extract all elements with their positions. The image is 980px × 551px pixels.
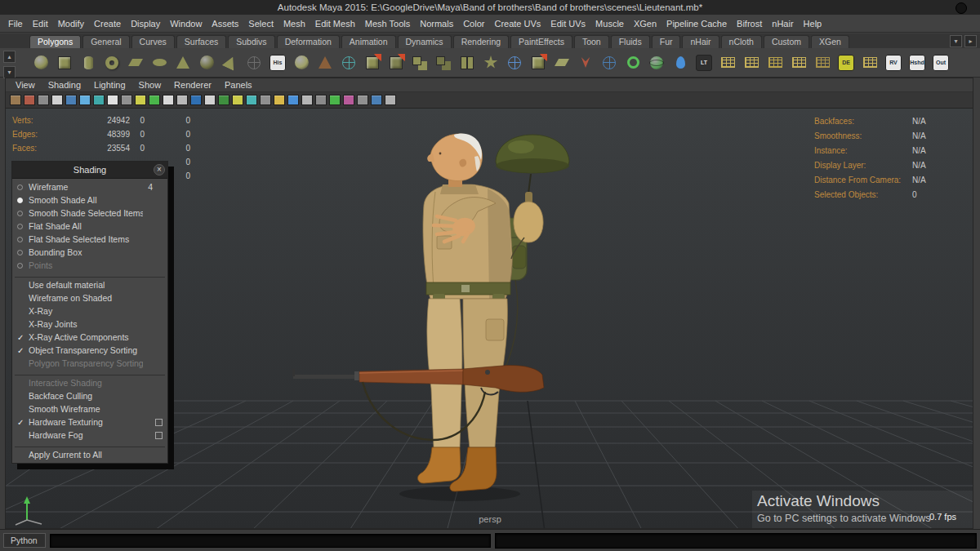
shading-menu-item[interactable]: Use default material xyxy=(12,278,167,291)
panel-toolbar-icon[interactable] xyxy=(190,95,202,105)
menu-item[interactable]: XGen xyxy=(629,19,662,29)
panel-toolbar-icon[interactable] xyxy=(246,95,257,105)
panel-menu-item[interactable]: Lighting xyxy=(87,80,132,90)
panel-toolbar-icon[interactable] xyxy=(343,95,354,105)
shading-menu-item[interactable]: Wireframe 4 xyxy=(12,180,167,193)
panel-toolbar-icon[interactable] xyxy=(135,95,146,105)
shading-menu-item[interactable]: Flat Shade All xyxy=(12,220,167,233)
panel-toolbar-icon[interactable] xyxy=(107,95,118,105)
shading-menu-item[interactable]: X-Ray Active Components xyxy=(12,331,167,344)
shelf-icon[interactable] xyxy=(197,53,216,73)
shelf-tab[interactable]: Dynamics xyxy=(398,35,452,48)
shelf-icon[interactable] xyxy=(339,53,359,73)
panel-toolbar-icon[interactable] xyxy=(357,95,368,105)
shading-menu-title-bar[interactable]: Shading × xyxy=(12,162,167,179)
shelf-tab[interactable]: Curves xyxy=(131,35,175,48)
shading-menu-item[interactable]: Hardware Fog xyxy=(12,429,167,442)
menu-item[interactable]: Edit UVs xyxy=(546,19,590,29)
panel-toolbar-icon[interactable] xyxy=(329,95,341,105)
menu-item[interactable]: Pipeline Cache xyxy=(662,19,732,29)
shelf-menu-chevron-down-icon[interactable]: ▾ xyxy=(950,35,962,47)
menu-item[interactable]: Modify xyxy=(53,19,89,29)
menu-item[interactable]: Create xyxy=(89,19,126,29)
shelf-icon[interactable] xyxy=(220,53,240,73)
panel-toolbar-icon[interactable] xyxy=(38,95,49,105)
panel-toolbar-icon[interactable] xyxy=(121,95,132,105)
panel-menu-item[interactable]: Shading xyxy=(42,80,87,90)
menu-item[interactable]: Bifrost xyxy=(732,19,767,29)
panel-toolbar-icon[interactable] xyxy=(93,95,105,105)
shelf-tab[interactable]: PaintEffects xyxy=(510,35,572,48)
shelf-tab[interactable]: Animation xyxy=(341,35,396,48)
shelf-icon[interactable] xyxy=(647,53,666,73)
window-control-icon[interactable] xyxy=(956,2,967,14)
shelf-tab[interactable]: Custom xyxy=(764,35,809,48)
shading-menu-item[interactable]: Smooth Shade All xyxy=(12,193,167,207)
script-language-button[interactable]: Python xyxy=(3,533,46,548)
shading-menu-item[interactable]: Object Transparency Sorting xyxy=(12,344,167,357)
shelf-tab[interactable]: nCloth xyxy=(721,35,762,48)
shelf-icon[interactable] xyxy=(623,53,643,73)
menu-item[interactable]: Muscle xyxy=(590,19,629,29)
shelf-icon[interactable] xyxy=(813,53,832,73)
shelf-icon[interactable] xyxy=(718,53,737,73)
shelf-icon[interactable]: Out xyxy=(931,53,951,73)
menu-item[interactable]: Edit Mesh xyxy=(310,19,360,29)
shading-menu-item[interactable]: Bounding Box xyxy=(12,246,167,259)
panel-toolbar-icon[interactable] xyxy=(232,95,243,105)
shelf-menu-chevron-right-icon[interactable]: ▸ xyxy=(964,35,977,47)
panel-menu-item[interactable]: Show xyxy=(132,80,168,90)
shading-menu-item[interactable]: Backface Culling xyxy=(12,389,167,402)
shelf-collapse-down-icon[interactable]: ▾ xyxy=(3,66,16,78)
shelf-tab[interactable]: Fluids xyxy=(611,35,650,48)
panel-toolbar-icon[interactable] xyxy=(385,95,396,105)
panel-menu-item[interactable]: Renderer xyxy=(167,80,218,90)
menu-item[interactable]: Select xyxy=(243,19,278,29)
shelf-icon[interactable] xyxy=(765,53,785,73)
shading-menu-item[interactable]: Smooth Wireframe xyxy=(12,402,167,415)
camera-label[interactable]: persp xyxy=(453,514,527,524)
shelf-icon[interactable] xyxy=(576,53,595,73)
shelf-tab[interactable]: Deformation xyxy=(277,35,340,48)
shelf-icon[interactable]: His xyxy=(268,53,287,73)
menu-item[interactable]: Edit xyxy=(28,19,53,29)
panel-toolbar-icon[interactable] xyxy=(79,95,91,105)
panel-toolbar-icon[interactable] xyxy=(10,95,21,105)
shelf-icon[interactable] xyxy=(457,53,477,73)
shelf-tab[interactable]: Fur xyxy=(652,35,681,48)
panel-toolbar-icon[interactable] xyxy=(51,95,63,105)
shelf-tab[interactable]: Rendering xyxy=(453,35,509,48)
close-icon[interactable]: × xyxy=(154,164,165,176)
shelf-tab[interactable]: Polygons xyxy=(29,35,81,48)
panel-menu-item[interactable]: View xyxy=(9,80,42,90)
shading-menu-item[interactable]: X-Ray xyxy=(12,304,167,318)
shelf-icon[interactable] xyxy=(55,53,74,73)
panel-menu-item[interactable]: Panels xyxy=(218,80,259,90)
shelf-tab[interactable]: General xyxy=(82,35,129,48)
shelf-icon[interactable] xyxy=(528,53,548,73)
panel-toolbar-icon[interactable] xyxy=(24,95,35,105)
panel-toolbar-icon[interactable] xyxy=(260,95,271,105)
shading-menu-item[interactable]: Smooth Shade Selected Items xyxy=(12,207,167,220)
shelf-icon[interactable] xyxy=(315,53,335,73)
shelf-icon[interactable] xyxy=(505,53,524,73)
menu-item[interactable]: Normals xyxy=(415,19,458,29)
menu-item[interactable]: Mesh xyxy=(278,19,310,29)
shelf-icon[interactable]: DE xyxy=(836,53,856,73)
menu-item[interactable]: Window xyxy=(165,19,207,29)
shading-menu-item[interactable]: X-Ray Joints xyxy=(12,318,167,331)
shelf-tab[interactable]: Surfaces xyxy=(176,35,226,48)
shelf-icon[interactable] xyxy=(552,53,572,73)
menu-item[interactable]: Create UVs xyxy=(489,19,546,29)
shelf-icon[interactable] xyxy=(31,53,51,73)
menu-item[interactable]: Assets xyxy=(207,19,243,29)
shelf-icon[interactable] xyxy=(481,53,501,73)
menu-item[interactable]: Color xyxy=(458,19,489,29)
shelf-icon[interactable] xyxy=(742,53,761,73)
shelf-icon[interactable] xyxy=(78,53,98,73)
shading-menu-item[interactable]: Apply Current to All xyxy=(12,448,167,461)
panel-toolbar-icon[interactable] xyxy=(315,95,327,105)
shading-menu-item[interactable]: Wireframe on Shaded xyxy=(12,291,167,304)
panel-toolbar-icon[interactable] xyxy=(163,95,174,105)
menu-item[interactable]: Help xyxy=(799,19,827,29)
